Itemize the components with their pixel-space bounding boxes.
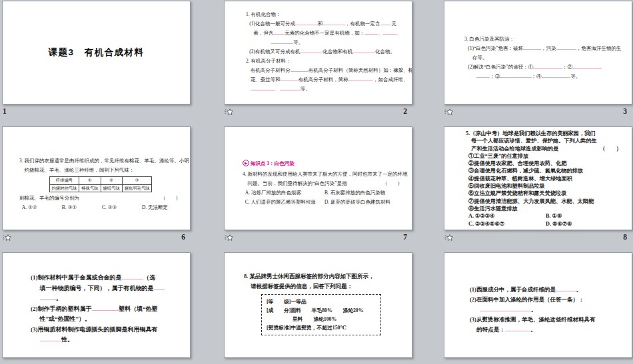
slide-thumbnail[interactable]: 5.（凉山中考）地球是我们赖以生存的美丽家园，我们每一个人都应该珍惜、爱护、保护… xyxy=(444,126,632,230)
slide-thumbnail[interactable]: 3. 我们穿的衣服通常是由纤维织成的，常见纤维有棉花、羊毛、涤纶等。小明灼烧棉花… xyxy=(2,126,191,230)
option-item: D. 废弃的瓷砖等白色建筑材料 xyxy=(324,198,404,207)
fill-in-blank xyxy=(271,39,294,44)
slide-cell: 知识点 3：白色污染4. 新材料的发现和使用给人类带来了极大的方便，同时也带来了… xyxy=(224,126,412,245)
slide-number-label: 3 xyxy=(623,107,627,115)
fill-in-blank xyxy=(291,67,309,72)
slide-text-line: 请根据标签提供的信息，回答下列问题： xyxy=(244,281,405,291)
fill-in-blank xyxy=(281,77,299,81)
slide-text-line: ⑥立法立规严禁焚烧秸秆和露天焚烧垃圾 xyxy=(466,190,623,197)
slide-text-line: A. ①②③④B. ①⑧ xyxy=(466,212,623,220)
slide-content: 5.（凉山中考）地球是我们赖以生存的美丽家园，我们每一个人都应该珍惜、爱护、保护… xyxy=(444,127,632,230)
option-item: A. ①② xyxy=(22,203,62,212)
slide-text-line: (3)用铜质材料制作电源插头的插脚是利用铜具有 xyxy=(31,325,183,335)
slide-content: 8. 某品牌男士休闲西服标签的部分内容如下图所示，请根据标签提供的信息，回答下列… xyxy=(225,253,412,357)
fill-in-blank xyxy=(40,335,61,341)
fill-in-blank xyxy=(348,77,373,81)
slide-text-line: 1. 有机化合物： xyxy=(246,10,404,19)
slide-text-line: 性”或“热固性”）。 xyxy=(31,314,183,325)
slide-text-line: 填一种物质编号，下同），属于有机物的是 xyxy=(31,283,183,294)
answer-bracket: （ ） xyxy=(600,145,622,152)
slide-number-label: 6 xyxy=(181,233,185,241)
slide-text-line: 5.（凉山中考）地球是我们赖以生存的美丽家园，我们 xyxy=(466,130,623,137)
slide-thumbnail[interactable]: 3. 白色污染及其防治：(1)“白色污染”危害：破坏，污染，危害海洋生物的生存等… xyxy=(444,1,632,104)
slide-thumbnail[interactable]: (1)制作材料中属于金属或合金的是（选填一种物质编号，下同），属于有机物的是。(… xyxy=(2,252,191,358)
slide-text-line: 灼烧棉花、羊毛、涤纶三种纤维，闻到下列气味： xyxy=(19,166,182,175)
option-item: A. 冶炼厂排放的白色烟雾 xyxy=(245,188,324,198)
slide-cell: 3. 白色污染及其防治：(1)“白色污染”危害：破坏，污染，危害海洋生物的生存等… xyxy=(444,1,632,119)
transition-star-icon[interactable] xyxy=(225,107,235,116)
option-item: B. ①⑧ xyxy=(546,212,623,220)
slide-thumbnail[interactable]: 知识点 3：白色污染4. 新材料的发现和使用给人类带来了极大的方便，同时也带来了… xyxy=(224,126,412,230)
transition-star-icon[interactable] xyxy=(444,233,455,242)
fill-in-blank xyxy=(280,86,300,91)
slide-footer: 8 xyxy=(444,230,632,245)
slide-number-label: 2 xyxy=(403,107,407,115)
slide-content: (1)制作材料中属于金属或合金的是（选填一种物质编号，下同），属于有机物的是。(… xyxy=(3,253,190,357)
slide-text-line: ⑤回收废旧电池和塑料制品垃圾 xyxy=(466,182,623,190)
fill-in-blank xyxy=(476,73,490,78)
fill-in-blank xyxy=(322,21,345,25)
slide-text-line: ①工业“三废”的任意排放 xyxy=(466,152,623,160)
slide-text-line: ⑧生活污水随意排放 xyxy=(466,205,623,212)
slide-text-line: 。 xyxy=(470,305,625,315)
fill-in-blank xyxy=(40,294,56,300)
slide-text-line: 3. 白色污染及其防治： xyxy=(464,35,624,44)
fill-in-blank xyxy=(92,305,119,311)
slide-text-line: ③合理使用化石燃料，减少硫、氮氧化物的排放 xyxy=(466,167,623,174)
slide-text-line: 课题3 有机合成材料 xyxy=(48,47,144,59)
slide-text-line: 等。 xyxy=(246,85,404,94)
slide-text-line: (1)西服成分中，属于合成纤维的是。 xyxy=(470,285,625,295)
slide-cell: 1. 有机化合物：(1)化合物一般可分成和，有机物一定含元素，但含元素的化合物不… xyxy=(224,1,412,119)
slide-thumbnail[interactable]: 课题3 有机合成材料 xyxy=(2,1,191,104)
slide-cell: 8. 某品牌男士休闲西服标签的部分内容如下图所示，请根据标签提供的信息，回答下列… xyxy=(224,252,412,364)
slide-cell: (1)制作材料中属于金属或合金的是（选填一种物质编号，下同），属于有机物的是。(… xyxy=(2,252,191,364)
slide-footer: 3 xyxy=(444,104,632,119)
slide-footer xyxy=(224,358,412,364)
slide-content: 1. 有机化合物：(1)化合物一般可分成和，有机物一定含元素，但含元素的化合物不… xyxy=(225,1,412,104)
slide-thumbnail[interactable]: 1. 有机化合物：(1)化合物一般可分成和，有机物一定含元素，但含元素的化合物不… xyxy=(224,1,412,104)
slide-text-line: 问题。当前，我们亟待解决的“白色污染”是指（ ） xyxy=(243,179,404,188)
slide-text-line: 等。 xyxy=(246,38,404,47)
slide-text-line: 性。 xyxy=(31,335,183,345)
transition-star-icon[interactable] xyxy=(225,233,235,242)
fill-in-blank xyxy=(572,64,602,69)
fill-in-blank xyxy=(500,73,531,78)
slide-text-line: 有机高分子材料分有机高分子材料（简称天然材料）如：橡胶、棉 xyxy=(246,66,404,75)
option-item: A. ①②③④ xyxy=(468,212,546,220)
slide-footer: 1 xyxy=(2,104,191,119)
slide-thumbnail[interactable]: 8. 某品牌男士休闲西服标签的部分内容如下图所示，请根据标签提供的信息，回答下列… xyxy=(224,252,412,358)
fill-in-blank xyxy=(523,45,541,50)
fill-in-blank xyxy=(295,21,318,25)
slide-text-line: 。 xyxy=(31,293,183,304)
slide-text-line: (1)化合物一般可分成和，有机物一定含元 xyxy=(246,19,404,29)
fill-in-blank xyxy=(364,30,378,35)
fill-in-blank xyxy=(556,45,576,50)
slide-text-line: (2)解决“白色污染”的途径：①；② xyxy=(464,63,624,72)
slide-text-line: 则棉花、羊毛的编号分别为（ ） xyxy=(19,194,182,203)
option-item: C. ②③ xyxy=(102,203,142,212)
slide-number-label: 1 xyxy=(3,107,7,115)
answer-bracket: （ ） xyxy=(382,179,402,188)
label-box-line: 里料 涤纶100% xyxy=(267,315,376,323)
label-box-line: [等 级]一等品 xyxy=(267,297,376,306)
slide-text-line: ④提倡栽花种草、植树造林、增大绿地面积 xyxy=(466,175,623,182)
slide-thumbnail[interactable]: (1)西服成分中，属于合成纤维的是。(2)在面料中加入涤纶的作用是（任答一条）：… xyxy=(444,252,632,358)
fill-in-blank xyxy=(273,30,285,35)
fill-in-blank xyxy=(533,64,562,69)
fill-in-blank xyxy=(383,30,396,35)
slide-cell: (1)西服成分中，属于合成纤维的是。(2)在面料中加入涤纶的作用是（任答一条）：… xyxy=(444,252,632,364)
slide-text-line: A. ①②B. ③①C. ②③D. 无法断定 xyxy=(19,203,182,212)
transition-star-icon[interactable] xyxy=(444,107,455,116)
slide-cell: 5.（凉山中考）地球是我们赖以生存的美丽家园，我们每一个人都应该珍惜、爱护、保护… xyxy=(444,126,632,245)
slide-number-label: 7 xyxy=(403,233,407,241)
slide-text-line: 素，但含元素的化合物不一定是有机物，如：、、 xyxy=(246,29,404,38)
fill-in-blank xyxy=(380,21,392,25)
fill-in-blank xyxy=(352,49,375,53)
fill-in-blank xyxy=(301,49,323,53)
slide-text-line: C. ②③④⑤⑥⑦D. ⑤⑥⑦⑧ xyxy=(466,220,623,228)
transition-star-icon[interactable] xyxy=(3,233,13,242)
fill-in-blank xyxy=(122,273,143,279)
slide-footer xyxy=(2,358,191,364)
slide-text-line: ；③；④等。 xyxy=(464,72,624,81)
slide-footer: 2 xyxy=(224,104,412,119)
